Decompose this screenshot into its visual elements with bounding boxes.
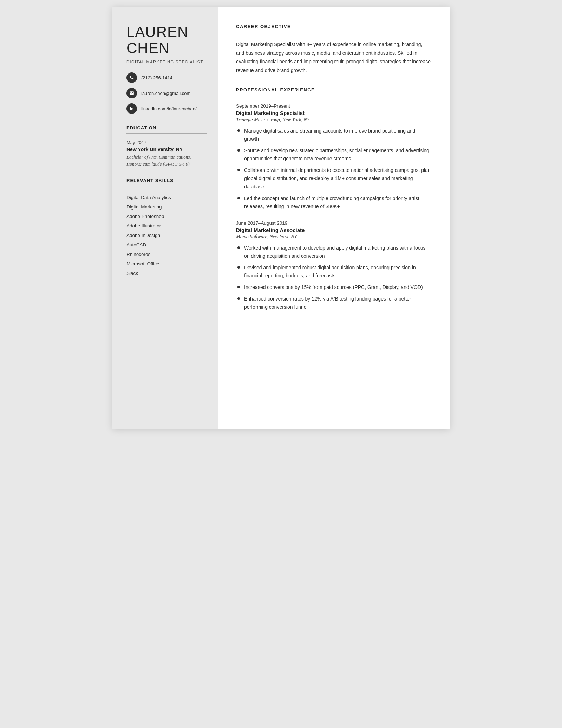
education-detail: Bachelor of Arts, Communications, Honors…	[126, 154, 207, 167]
bullet-item: Collaborate with internal departments to…	[236, 166, 431, 191]
skill-item: Adobe InDesign	[126, 231, 207, 240]
job-date: June 2017–August 2019	[236, 220, 431, 226]
name-block: LAUREN CHEN DIGITAL MARKETING SPECIALIST	[126, 24, 207, 64]
last-name: CHEN	[126, 40, 207, 56]
bullet-dot	[237, 266, 240, 269]
bullet-text: Collaborate with internal departments to…	[244, 166, 431, 191]
job-title-text: Digital Marketing Specialist	[236, 110, 431, 116]
skill-item: Digital Data Analytics	[126, 193, 207, 202]
linkedin-contact: in linkedin.com/in/laurenchen/	[126, 103, 207, 114]
career-objective-text: Digital Marketing Specialist with 4+ yea…	[236, 40, 431, 75]
skills-heading: RELEVANT SKILLS	[126, 178, 207, 183]
email-icon	[126, 88, 137, 98]
education-school: New York University, NY	[126, 147, 207, 152]
phone-text: (212) 256-1414	[141, 75, 172, 80]
jobs-container: September 2019–PresentDigital Marketing …	[236, 103, 431, 311]
bullet-item: Source and develop new strategic partner…	[236, 147, 431, 163]
job-date: September 2019–Present	[236, 103, 431, 109]
skills-section: RELEVANT SKILLS Digital Data AnalyticsDi…	[126, 178, 207, 278]
bullet-item: Devised and implemented robust digital a…	[236, 264, 431, 280]
job-entry: June 2017–August 2019Digital Marketing A…	[236, 220, 431, 311]
skill-item: Adobe Photoshop	[126, 212, 207, 221]
bullet-dot	[237, 286, 240, 288]
education-section: EDUCATION May 2017 New York University, …	[126, 125, 207, 167]
experience-divider	[236, 96, 431, 96]
skill-item: AutoCAD	[126, 240, 207, 250]
bullet-text: Worked with management to develop and ap…	[244, 244, 431, 260]
bullet-dot	[237, 149, 240, 152]
career-objective-heading: CAREER OBJECTIVE	[236, 24, 431, 29]
bullet-dot	[237, 297, 240, 300]
bullet-item: Worked with management to develop and ap…	[236, 244, 431, 260]
linkedin-icon: in	[126, 103, 137, 114]
skill-item: Digital Marketing	[126, 202, 207, 212]
skill-item: Rhinoceros	[126, 250, 207, 259]
bullet-text: Source and develop new strategic partner…	[244, 147, 431, 163]
email-contact: lauren.chen@gmail.com	[126, 88, 207, 98]
sidebar: LAUREN CHEN DIGITAL MARKETING SPECIALIST…	[112, 7, 218, 429]
bullet-dot	[237, 246, 240, 249]
experience-heading: PROFESSIONAL EXPERIENCE	[236, 87, 431, 92]
job-entry: September 2019–PresentDigital Marketing …	[236, 103, 431, 211]
skills-list: Digital Data AnalyticsDigital MarketingA…	[126, 193, 207, 278]
education-date: May 2017	[126, 140, 207, 145]
job-title-text: Digital Marketing Associate	[236, 227, 431, 233]
resume-container: LAUREN CHEN DIGITAL MARKETING SPECIALIST…	[112, 7, 450, 429]
career-objective-divider	[236, 33, 431, 33]
bullet-text: Led the concept and launch of multiple c…	[244, 194, 431, 211]
career-objective-section: CAREER OBJECTIVE Digital Marketing Speci…	[236, 24, 431, 75]
phone-contact: (212) 256-1414	[126, 72, 207, 83]
skill-item: Slack	[126, 269, 207, 278]
bullet-text: Increased conversions by 15% from paid s…	[244, 283, 423, 291]
bullet-dot	[237, 197, 240, 199]
job-bullets: Worked with management to develop and ap…	[236, 244, 431, 311]
linkedin-text: linkedin.com/in/laurenchen/	[141, 106, 197, 111]
phone-icon	[126, 72, 137, 83]
skill-item: Adobe Illustrator	[126, 221, 207, 231]
bullet-dot	[237, 129, 240, 132]
bullet-item: Enhanced conversion rates by 12% via A/B…	[236, 295, 431, 311]
bullet-text: Manage digital sales and streaming accou…	[244, 127, 431, 143]
email-text: lauren.chen@gmail.com	[141, 91, 190, 96]
education-divider	[126, 133, 207, 134]
job-bullets: Manage digital sales and streaming accou…	[236, 127, 431, 211]
bullet-item: Manage digital sales and streaming accou…	[236, 127, 431, 143]
bullet-text: Enhanced conversion rates by 12% via A/B…	[244, 295, 431, 311]
education-heading: EDUCATION	[126, 125, 207, 130]
skill-item: Microsoft Office	[126, 259, 207, 269]
job-company: Momo Software, New York, NY	[236, 234, 431, 240]
bullet-text: Devised and implemented robust digital a…	[244, 264, 431, 280]
job-title-sidebar: DIGITAL MARKETING SPECIALIST	[126, 60, 207, 64]
first-name: LAUREN	[126, 24, 207, 40]
bullet-item: Increased conversions by 15% from paid s…	[236, 283, 431, 291]
bullet-dot	[237, 169, 240, 171]
bullet-item: Led the concept and launch of multiple c…	[236, 194, 431, 211]
skills-divider	[126, 186, 207, 186]
experience-section: PROFESSIONAL EXPERIENCE September 2019–P…	[236, 87, 431, 311]
contact-list: (212) 256-1414 lauren.chen@gmail.com in …	[126, 72, 207, 114]
main-content: CAREER OBJECTIVE Digital Marketing Speci…	[218, 7, 450, 429]
job-company: Triangle Music Group, New York, NY	[236, 117, 431, 123]
